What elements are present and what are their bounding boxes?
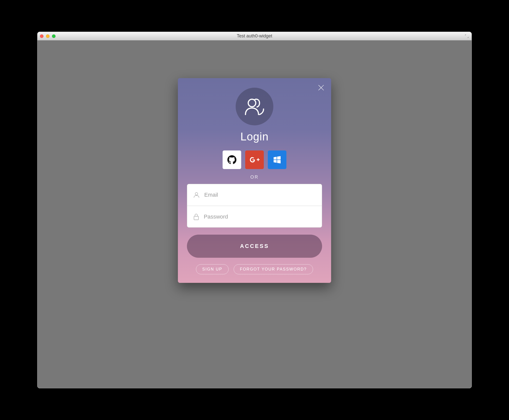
social-buttons	[187, 150, 322, 169]
window-zoom-button[interactable]	[52, 34, 56, 38]
windows-icon	[273, 155, 282, 164]
password-field-row	[187, 206, 322, 227]
svg-point-1	[195, 193, 198, 195]
window-title: Test auth0-widget	[237, 33, 272, 39]
email-field-row	[187, 184, 322, 206]
app-window: Test auth0-widget	[37, 32, 472, 388]
or-separator: OR	[187, 175, 322, 180]
content-area: Login	[37, 40, 472, 388]
signup-button[interactable]: SIGN UP	[196, 264, 229, 274]
email-input[interactable]	[204, 192, 316, 198]
footer-links: SIGN UP FORGOT YOUR PASSWORD?	[187, 264, 322, 274]
svg-point-0	[248, 99, 256, 107]
login-title: Login	[187, 130, 322, 143]
login-card: Login	[178, 78, 331, 283]
google-plus-icon	[249, 155, 260, 164]
close-icon	[318, 84, 325, 91]
access-button[interactable]: ACCESS	[187, 235, 322, 258]
window-minimize-button[interactable]	[46, 34, 49, 38]
password-input[interactable]	[204, 214, 316, 220]
forgot-password-button[interactable]: FORGOT YOUR PASSWORD?	[234, 264, 313, 274]
users-icon	[244, 97, 265, 116]
close-button[interactable]	[318, 84, 325, 91]
title-bar: Test auth0-widget	[37, 32, 472, 40]
google-plus-login-button[interactable]	[245, 150, 264, 169]
fullscreen-icon	[465, 34, 469, 38]
microsoft-login-button[interactable]	[268, 150, 286, 169]
window-close-button[interactable]	[40, 34, 43, 38]
github-icon	[227, 155, 236, 164]
user-icon	[193, 192, 200, 198]
credentials-fields	[187, 184, 322, 228]
github-login-button[interactable]	[223, 150, 241, 169]
avatar-circle	[236, 88, 273, 125]
svg-rect-2	[194, 216, 198, 220]
lock-icon	[193, 213, 199, 220]
fullscreen-button[interactable]	[465, 34, 469, 38]
traffic-lights	[40, 34, 56, 38]
